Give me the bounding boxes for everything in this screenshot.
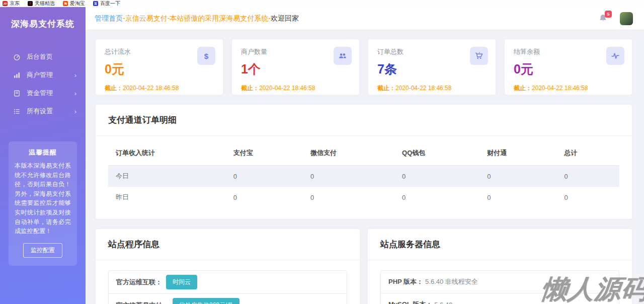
sidebar-item-dashboard[interactable]: 后台首页 — [0, 48, 86, 66]
sidebar-menu: 后台首页 商户管理 › 资金管理 › 所有设置 — [0, 48, 86, 120]
ad-slot-button[interactable]: 此处广告位260元/月 — [173, 298, 239, 304]
asof-time: 2020-04-22 18:46:58 — [259, 85, 315, 92]
asof-time: 2020-04-22 18:46:58 — [532, 85, 588, 92]
asof-time: 2020-04-22 18:46:58 — [395, 85, 451, 92]
cell: 0 — [226, 166, 303, 187]
channel-table-wrap: 订单收入统计 支付宝 微信支付 QQ钱包 财付通 总计 今日 0 — [96, 136, 632, 219]
pulse-icon — [606, 47, 624, 65]
table-row-today: 今日 0 0 0 0 0 — [108, 166, 619, 187]
main-column: 管理首页-京信云易支付-本站骄傲的采用深海易支付系统-欢迎回家 5 总计流水 0… — [86, 7, 644, 304]
item-value: 5.6.40 非线程安全 — [425, 277, 478, 286]
col-header: QQ钱包 — [394, 141, 479, 166]
item-value: 5.6.40 — [434, 301, 452, 304]
breadcrumb-welcome: 欢迎回家 — [271, 14, 299, 22]
bottom-row: 站点程序信息 官方运维互联： 时间云 官方推荐易支付： 此处广告位260元/月 … — [96, 219, 632, 304]
item-label: MySQL 版本： — [388, 300, 432, 304]
stat-asof: 截止：2020-04-22 18:46:58 — [377, 84, 487, 93]
panel-header: 站点程序信息 — [96, 229, 360, 260]
notice-body: 本版本深海易支付系统不允许修改后台路径，否则后果自负！另外，深海易支付系统需要监… — [15, 161, 71, 236]
asof-label: 截止： — [241, 85, 259, 92]
users-icon — [334, 47, 352, 65]
panel-header: 支付通道订单明细 — [96, 105, 632, 136]
col-header: 支付宝 — [226, 141, 303, 166]
list-item-php-version: PHP 版本： 5.6.40 非线程安全 — [381, 271, 619, 293]
browser-bookmarks-bar: JD 京东 T 天猫精选 淘 爱淘宝 百 百度一下 — [0, 0, 644, 7]
row-label: 昨日 — [108, 187, 226, 208]
bookmark-label: 百度一下 — [100, 0, 120, 7]
panel-title: 站点程序信息 — [108, 239, 347, 250]
stat-asof: 截止：2020-04-22 18:46:58 — [105, 84, 214, 93]
col-header: 财付通 — [479, 141, 556, 166]
bar-chart-icon — [13, 71, 21, 79]
sidebar-item-settings[interactable]: 所有设置 › — [0, 102, 86, 120]
taobao-icon: 淘 — [63, 1, 68, 6]
time-cloud-button[interactable]: 时间云 — [166, 275, 197, 289]
jd-icon: JD — [3, 1, 8, 6]
cell: 0 — [303, 166, 394, 187]
stats-row: 总计流水 0元 截止：2020-04-22 18:46:58 $ 商户数量 1个… — [96, 39, 632, 95]
bookmark-label: 京东 — [10, 0, 20, 7]
app-title: 深海易支付系统 — [0, 7, 86, 35]
table-header-row: 订单收入统计 支付宝 微信支付 QQ钱包 财付通 总计 — [108, 141, 619, 166]
dashboard-content: 总计流水 0元 截止：2020-04-22 18:46:58 $ 商户数量 1个… — [86, 30, 644, 304]
bookmark-label: 爱淘宝 — [70, 0, 85, 7]
header-actions: 5 — [598, 12, 633, 25]
bookmark-baidu[interactable]: 百 百度一下 — [93, 0, 120, 7]
chevron-right-icon: › — [74, 71, 76, 79]
gauge-icon — [13, 53, 21, 61]
bookmark-tmall[interactable]: T 天猫精选 — [28, 0, 55, 7]
top-header: 管理首页-京信云易支付-本站骄傲的采用深海易支付系统-欢迎回家 5 — [86, 7, 644, 30]
item-label: PHP 版本： — [388, 277, 423, 286]
notifications-button[interactable]: 5 — [598, 14, 608, 23]
sidebar-notice: 温馨提醒 本版本深海易支付系统不允许修改后台路径，否则后果自负！另外，深海易支付… — [9, 141, 77, 266]
cell: 0 — [557, 187, 619, 208]
baidu-icon: 百 — [93, 1, 98, 6]
col-header: 微信支付 — [303, 141, 394, 166]
sidebar-item-label: 商户管理 — [27, 70, 74, 80]
list-item-recommend: 官方推荐易支付： 此处广告位260元/月 — [109, 294, 347, 304]
channel-orders-table: 订单收入统计 支付宝 微信支付 QQ钱包 财付通 总计 今日 0 — [108, 141, 619, 208]
notification-badge: 5 — [605, 11, 612, 18]
server-info-list: PHP 版本： 5.6.40 非线程安全 MySQL 版本： 5.6.40 服务… — [380, 270, 619, 304]
chevron-right-icon: › — [74, 108, 76, 115]
asof-time: 2020-04-22 18:46:58 — [123, 85, 179, 92]
panel-title: 站点服务器信息 — [380, 239, 619, 250]
item-label: 官方推荐易支付： — [116, 301, 169, 304]
tmall-icon: T — [28, 1, 33, 6]
book-icon — [13, 90, 21, 97]
sidebar-item-label: 资金管理 — [27, 89, 74, 98]
row-label: 今日 — [108, 166, 226, 187]
sidebar-item-merchants[interactable]: 商户管理 › — [0, 66, 86, 84]
stat-asof: 截止：2020-04-22 18:46:58 — [514, 84, 623, 93]
dollar-icon: $ — [197, 47, 215, 65]
bookmark-taobao[interactable]: 淘 爱淘宝 — [63, 0, 85, 7]
channel-orders-panel: 支付通道订单明细 订单收入统计 支付宝 微信支付 QQ钱包 财付通 — [96, 105, 632, 219]
user-avatar[interactable] — [620, 12, 633, 25]
asof-label: 截止： — [105, 85, 123, 92]
sidebar: 深海易支付系统 后台首页 商户管理 › 资金管理 › — [0, 7, 86, 304]
stat-card-merchant-count: 商户数量 1个 截止：2020-04-22 18:46:58 — [232, 39, 359, 95]
sidebar-item-label: 后台首页 — [27, 52, 76, 61]
asof-label: 截止： — [514, 85, 532, 92]
breadcrumb: 管理首页-京信云易支付-本站骄傲的采用深海易支付系统-欢迎回家 — [95, 14, 299, 23]
bookmark-label: 天猫精选 — [35, 0, 55, 7]
panel-header: 站点服务器信息 — [368, 229, 632, 260]
chevron-right-icon: › — [74, 90, 76, 97]
program-info-list: 官方运维互联： 时间云 官方推荐易支付： 此处广告位260元/月 系统更新日志：… — [108, 270, 347, 304]
cart-icon — [470, 47, 488, 65]
monitor-config-button[interactable]: 监控配置 — [23, 243, 62, 258]
cell: 0 — [303, 187, 394, 208]
site-program-panel: 站点程序信息 官方运维互联： 时间云 官方推荐易支付： 此处广告位260元/月 … — [96, 229, 360, 304]
list-item-ops-link: 官方运维互联： 时间云 — [109, 271, 347, 294]
breadcrumb-home-link[interactable]: 管理首页 — [95, 14, 123, 22]
app-frame: 深海易支付系统 后台首页 商户管理 › 资金管理 › — [0, 7, 644, 304]
table-row-yesterday: 昨日 0 0 0 0 0 — [108, 187, 619, 208]
panel-title: 支付通道订单明细 — [108, 114, 619, 126]
stat-card-order-count: 订单总数 7条 截止：2020-04-22 18:46:58 — [368, 39, 496, 95]
cell: 0 — [226, 187, 303, 208]
stat-asof: 截止：2020-04-22 18:46:58 — [241, 84, 350, 93]
breadcrumb-site-title: -京信云易支付-本站骄傲的采用深海易支付系统- — [123, 14, 271, 22]
bookmark-jd[interactable]: JD 京东 — [3, 0, 20, 7]
asof-label: 截止： — [377, 85, 395, 92]
sidebar-item-funds[interactable]: 资金管理 › — [0, 84, 86, 102]
